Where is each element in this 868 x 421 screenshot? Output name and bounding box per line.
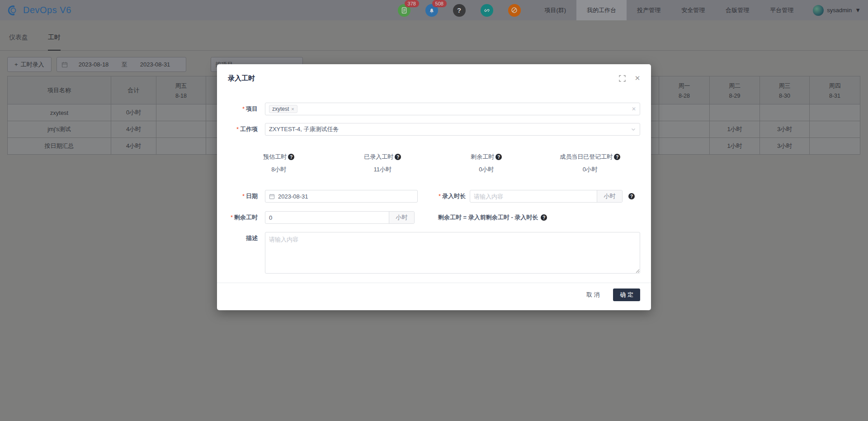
date-duration-row: 日期 2023-08-31 录入时长 小时 ? bbox=[226, 190, 640, 203]
duration-input[interactable] bbox=[474, 193, 593, 200]
duration-input-group: 小时 bbox=[470, 190, 623, 203]
stat-recorded-value: 11小时 bbox=[331, 166, 435, 174]
remaining-unit: 小时 bbox=[389, 212, 414, 223]
description-row: 描述 bbox=[226, 232, 640, 274]
clear-icon[interactable]: ✕ bbox=[632, 106, 636, 112]
project-field-row: 项目 zxytest × ✕ bbox=[226, 103, 640, 115]
remaining-input[interactable] bbox=[269, 214, 385, 221]
record-worklog-modal: 录入工时 ✕ 项目 zxytest × ✕ 工作项 ZXYTEST-4, 子康测… bbox=[217, 64, 651, 310]
calendar-icon bbox=[269, 194, 275, 199]
confirm-button[interactable]: 确 定 bbox=[613, 289, 640, 301]
stat-remaining: 剩余工时? 0小时 bbox=[434, 153, 538, 174]
modal-footer: 取 消 确 定 bbox=[217, 283, 651, 301]
stat-member-today-value: 0小时 bbox=[538, 166, 642, 174]
stat-member-today: 成员当日已登记工时? 0小时 bbox=[538, 153, 642, 174]
remaining-label: 剩余工时 bbox=[226, 213, 258, 222]
help-icon[interactable]: ? bbox=[288, 154, 294, 160]
workitem-select[interactable]: ZXYTEST-4, 子康测试任务 bbox=[265, 123, 640, 136]
remaining-input-group: 小时 bbox=[265, 211, 415, 224]
modal-header: 录入工时 ✕ bbox=[217, 64, 651, 86]
tag-remove-icon[interactable]: × bbox=[291, 106, 294, 112]
workitem-field-row: 工作项 ZXYTEST-4, 子康测试任务 bbox=[226, 123, 640, 136]
help-icon[interactable]: ? bbox=[395, 154, 401, 160]
date-label: 日期 bbox=[226, 192, 258, 200]
help-icon[interactable]: ? bbox=[628, 193, 635, 199]
worklog-stats: 预估工时? 8小时 已录入工时? 11小时 剩余工时? 0小时 成员当日已登记工… bbox=[227, 153, 642, 174]
close-icon[interactable]: ✕ bbox=[633, 74, 642, 83]
project-label: 项目 bbox=[226, 105, 258, 113]
project-tag: zxytest × bbox=[269, 105, 297, 113]
remaining-formula: 剩余工时 = 录入前剩余工时 - 录入时长 ? bbox=[438, 213, 547, 222]
workitem-value: ZXYTEST-4, 子康测试任务 bbox=[269, 125, 339, 133]
stat-estimated: 预估工时? 8小时 bbox=[227, 153, 331, 174]
help-icon[interactable]: ? bbox=[495, 154, 502, 160]
remaining-row: 剩余工时 小时 剩余工时 = 录入前剩余工时 - 录入时长 ? bbox=[226, 211, 640, 224]
chevron-down-icon bbox=[631, 127, 636, 132]
stat-remaining-value: 0小时 bbox=[434, 166, 538, 174]
duration-unit: 小时 bbox=[597, 190, 622, 202]
fullscreen-icon[interactable] bbox=[618, 74, 627, 83]
help-icon[interactable]: ? bbox=[541, 214, 547, 221]
stat-recorded: 已录入工时? 11小时 bbox=[331, 153, 435, 174]
duration-label: 录入时长 bbox=[429, 192, 466, 200]
description-textarea[interactable] bbox=[265, 232, 640, 274]
help-icon[interactable]: ? bbox=[614, 154, 620, 160]
date-value: 2023-08-31 bbox=[278, 193, 308, 200]
project-select[interactable]: zxytest × ✕ bbox=[265, 103, 640, 115]
date-picker-input[interactable]: 2023-08-31 bbox=[265, 190, 418, 203]
modal-title: 录入工时 bbox=[228, 74, 618, 83]
cancel-button[interactable]: 取 消 bbox=[580, 289, 606, 301]
description-label: 描述 bbox=[226, 234, 258, 242]
stat-estimated-value: 8小时 bbox=[227, 166, 331, 174]
workitem-label: 工作项 bbox=[226, 125, 258, 133]
